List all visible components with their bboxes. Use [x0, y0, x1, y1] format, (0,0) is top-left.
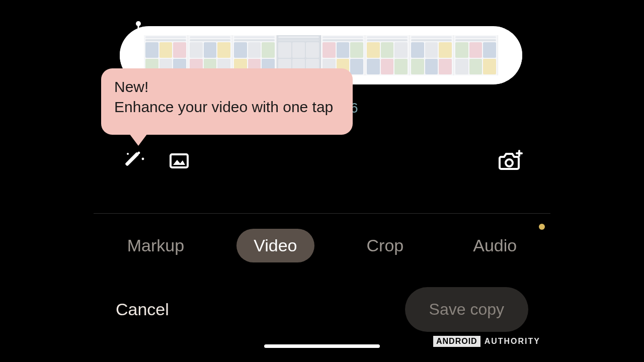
tab-video[interactable]: Video: [236, 229, 314, 262]
tooltip-tail-icon: [129, 134, 147, 146]
home-indicator[interactable]: [264, 344, 380, 348]
svg-point-5: [506, 159, 513, 166]
feature-tooltip[interactable]: New! Enhance your video with one tap: [101, 68, 353, 135]
watermark-box: ANDROID: [433, 336, 480, 347]
camera-plus-icon: [497, 148, 523, 174]
cancel-button[interactable]: Cancel: [116, 300, 169, 319]
svg-point-2: [142, 158, 144, 160]
tool-row: [119, 146, 525, 176]
svg-point-1: [138, 152, 140, 154]
editor-stage: 6 New! Enhance your video with one tap: [94, 0, 550, 362]
editor-tabs: Markup Video Crop Audio: [94, 225, 550, 265]
svg-rect-4: [171, 154, 188, 167]
watermark: ANDROID AUTHORITY: [433, 336, 540, 347]
frame-button[interactable]: [164, 146, 194, 176]
tab-label: Audio: [473, 236, 517, 255]
timeline-frame[interactable]: [410, 35, 454, 75]
save-copy-button[interactable]: Save copy: [405, 287, 528, 332]
action-bar: Cancel Save copy: [94, 284, 550, 334]
timeline-cap-right: [498, 26, 522, 84]
tab-crop[interactable]: Crop: [350, 229, 421, 262]
section-divider: [94, 213, 550, 214]
export-frame-button[interactable]: [495, 146, 525, 176]
magic-wand-icon: [122, 149, 146, 173]
tab-label: Crop: [367, 236, 404, 255]
timeline-frame[interactable]: [365, 35, 410, 75]
tooltip-title: New!: [114, 78, 340, 96]
tab-audio[interactable]: Audio: [456, 229, 534, 262]
svg-point-3: [127, 153, 129, 155]
badge-dot-icon: [539, 224, 545, 230]
tab-markup[interactable]: Markup: [110, 229, 201, 262]
timeline-frame[interactable]: [454, 35, 498, 75]
frame-photo-icon: [167, 149, 191, 173]
tab-label: Markup: [127, 236, 184, 255]
tab-label: Video: [254, 236, 297, 255]
tooltip-body: Enhance your video with one tap: [114, 99, 340, 116]
watermark-text: AUTHORITY: [485, 337, 540, 346]
enhance-button[interactable]: [119, 146, 149, 176]
